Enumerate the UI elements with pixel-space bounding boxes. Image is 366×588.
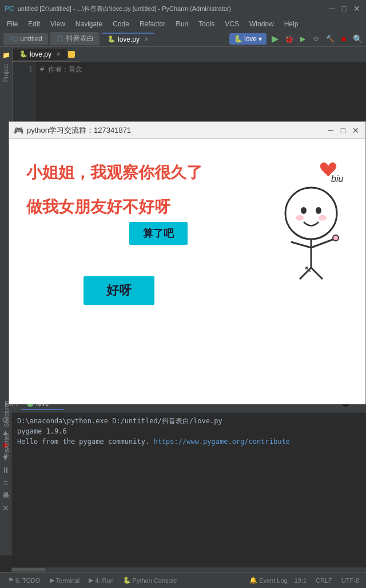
menu-view[interactable]: View xyxy=(46,19,70,29)
run-config-arrow: ▾ xyxy=(258,35,262,43)
pygame-btn-accept[interactable]: 好呀 xyxy=(83,276,154,305)
svg-text:biu: biu xyxy=(331,174,343,184)
menu-help[interactable]: Help xyxy=(280,19,303,29)
status-position: 19:1 xyxy=(292,577,309,584)
editor-tabs: 🐍 love.py ✕ xyxy=(13,47,79,62)
tab-lovepy-label: love.py xyxy=(118,35,140,43)
editor-tab-lovepy[interactable]: 🐍 love.py ✕ xyxy=(13,49,68,60)
status-python-console[interactable]: 🐍 Python Console xyxy=(120,577,181,584)
coverage-button[interactable]: ▶ xyxy=(297,34,308,44)
pygame-text-2: 做我女朋友好不好呀 xyxy=(26,196,170,218)
clear-button[interactable]: ✕ xyxy=(1,503,11,513)
app-icon: PC xyxy=(5,5,14,13)
pygame-content: 小姐姐，我观察你很久了 做我女朋友好不好呀 算了吧 好呀 biu xyxy=(9,139,365,404)
tab-douyinbiaobai-label: 抖音表白 xyxy=(66,34,94,43)
run-output-pygame: pygame 1.9.6 xyxy=(17,426,360,436)
pygame-title-icon: 🎮 xyxy=(14,126,23,135)
stop-button[interactable]: ■ xyxy=(339,34,349,44)
pygame-title: 🎮 python学习交流群：127341871 xyxy=(14,125,131,136)
statusbar: ⚑ 6: TODO ▶ Terminal ▶ 4: Run 🐍 Python C… xyxy=(0,572,366,588)
close-button[interactable]: ✕ xyxy=(352,4,361,13)
svg-line-10 xyxy=(300,268,311,279)
menu-code[interactable]: Code xyxy=(108,19,134,29)
scroll-thumb[interactable] xyxy=(11,568,46,571)
status-line-ending[interactable]: CRLF xyxy=(313,577,335,584)
terminal-icon: ▶ xyxy=(50,577,54,584)
run-button[interactable]: ▶ xyxy=(270,34,280,44)
menubar: File Edit View Navigate Code Refactor Ru… xyxy=(0,17,366,31)
run-output-hello: Hello from the pygame community. https:/… xyxy=(17,436,360,447)
run-link-pygame[interactable]: https://www.pygame.org/contribute xyxy=(153,438,289,446)
profile-button[interactable]: ⟳ xyxy=(311,34,321,44)
editor-tab-close[interactable]: ✕ xyxy=(56,51,61,57)
editor-tab-lovepy-label: love.py xyxy=(30,50,51,58)
run-icon: ▶ xyxy=(89,577,93,584)
menu-vcs[interactable]: VCS xyxy=(220,19,244,29)
todo-icon: ⚑ xyxy=(8,577,14,584)
soft-wrap-button[interactable]: ≡ xyxy=(1,478,11,488)
minimize-button[interactable]: ─ xyxy=(327,4,336,13)
status-run[interactable]: ▶ 4: Run xyxy=(85,577,117,584)
menu-edit[interactable]: Edit xyxy=(23,19,45,29)
run-config-label: love xyxy=(244,35,257,43)
pygame-controls[interactable]: ─ □ ✕ xyxy=(325,125,361,136)
favorites-label[interactable]: Favorites xyxy=(2,431,11,459)
run-config-dropdown[interactable]: 🐍 love ▾ xyxy=(229,33,266,45)
status-event-log[interactable]: 🔔 Event Log xyxy=(249,577,288,584)
run-cmd-line: D:\anaconda\python.exe D:/untitled/抖音表白/… xyxy=(17,416,360,426)
tab-douyinbiaobai[interactable]: 🎵 抖音表白 xyxy=(50,32,100,45)
event-log-label: Event Log xyxy=(259,577,288,584)
event-log-icon: 🔔 xyxy=(249,577,257,584)
svg-line-11 xyxy=(311,268,323,279)
menu-file[interactable]: File xyxy=(2,19,22,29)
svg-point-5 xyxy=(319,215,327,221)
structure-label[interactable]: Structure xyxy=(2,402,11,430)
pygame-close[interactable]: ✕ xyxy=(351,125,361,136)
project-icon[interactable]: 📁 xyxy=(1,49,12,61)
python-console-label: Python Console xyxy=(133,577,177,584)
window-title: untitled [D:\untitled] - ...\抖音表白\love.p… xyxy=(18,5,232,13)
menu-navigate[interactable]: Navigate xyxy=(71,19,107,29)
pygame-minimize[interactable]: ─ xyxy=(325,125,336,136)
menu-run[interactable]: Run xyxy=(171,19,193,29)
tab-untitled[interactable]: PC untitled xyxy=(3,33,48,45)
menu-window[interactable]: Window xyxy=(245,19,279,29)
pygame-text-1: 小姐姐，我观察你很久了 xyxy=(26,162,202,184)
pygame-titlebar: 🎮 python学习交流群：127341871 ─ □ ✕ xyxy=(9,122,365,139)
menu-tools[interactable]: Tools xyxy=(194,19,219,29)
svg-point-2 xyxy=(301,207,307,214)
code-line-1: # 作者：善念 xyxy=(40,65,82,73)
run-panel: Run: love ✕ ⚙ ─ ⟳ ▲ ■ ▼ ⏸ ≡ 🖶 ✕ D:\anaco… xyxy=(0,395,366,572)
svg-point-9 xyxy=(333,235,339,241)
titlebar-controls[interactable]: ─ □ ✕ xyxy=(327,4,361,13)
debug-button[interactable]: 🐞 xyxy=(284,34,294,44)
terminal-label: Terminal xyxy=(56,577,80,584)
run-content: D:\anaconda\python.exe D:/untitled/抖音表白/… xyxy=(11,412,366,561)
svg-point-1 xyxy=(285,188,337,239)
pause-button[interactable]: ⏸ xyxy=(1,465,11,475)
svg-line-8 xyxy=(311,239,334,248)
status-terminal[interactable]: ▶ Terminal xyxy=(46,577,83,584)
pygame-btn-reject[interactable]: 算了吧 xyxy=(129,222,188,245)
status-encoding[interactable]: UTF-8 xyxy=(339,577,361,584)
python-console-icon: 🐍 xyxy=(123,577,131,584)
pygame-window[interactable]: 🎮 python学习交流群：127341871 ─ □ ✕ 小姐姐，我观察你很久… xyxy=(9,121,366,404)
project-tabs: PC untitled 🎵 抖音表白 🐍 love.py ✕ 🐍 love ▾ … xyxy=(0,31,366,47)
svg-point-3 xyxy=(316,207,321,214)
svg-point-4 xyxy=(296,215,304,221)
print-button[interactable]: 🖶 xyxy=(1,490,11,500)
character-illustration: biu xyxy=(262,156,354,282)
menu-refactor[interactable]: Refactor xyxy=(135,19,170,29)
tab-lovepy-close[interactable]: ✕ xyxy=(144,36,149,42)
status-todo[interactable]: ⚑ 6: TODO xyxy=(5,577,44,584)
bookmark-indicator xyxy=(68,51,75,58)
build-button[interactable]: 🔨 xyxy=(325,34,335,44)
pygame-maximize[interactable]: □ xyxy=(338,125,348,136)
run-scrollbar[interactable] xyxy=(11,567,366,572)
tab-lovepy[interactable]: 🐍 love.py ✕ xyxy=(102,33,154,45)
maximize-button[interactable]: □ xyxy=(340,4,349,13)
project-label[interactable]: Project xyxy=(2,62,10,84)
search-button[interactable]: 🔍 xyxy=(352,34,363,44)
run-label-status: 4: Run xyxy=(95,577,113,584)
titlebar-left: PC untitled [D:\untitled] - ...\抖音表白\lov… xyxy=(5,5,231,13)
